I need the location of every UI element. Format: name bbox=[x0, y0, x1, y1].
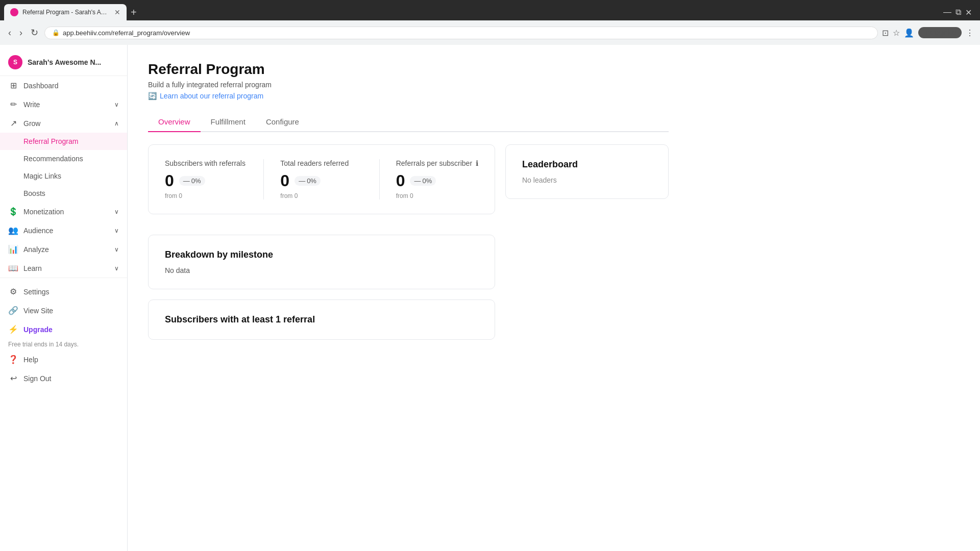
sidebar-item-magic-links[interactable]: Magic Links bbox=[0, 167, 127, 185]
active-browser-tab[interactable]: Referral Program - Sarah's Awe... ✕ bbox=[4, 4, 127, 20]
sidebar-item-learn[interactable]: 📖 Learn ∨ bbox=[0, 259, 127, 278]
external-link-icon: 🔗 bbox=[8, 306, 18, 315]
chevron-down-icon: ∨ bbox=[114, 246, 119, 253]
stat-value: 0 bbox=[165, 171, 174, 190]
window-controls: — ⧉ ✕ bbox=[939, 8, 976, 17]
write-icon: ✏ bbox=[8, 99, 18, 109]
page-title: Referral Program bbox=[148, 61, 669, 78]
sidebar-item-referral-program[interactable]: Referral Program bbox=[0, 133, 127, 150]
tab-fulfillment[interactable]: Fulfillment bbox=[201, 112, 256, 132]
learn-link[interactable]: 🔄 Learn about our referral program bbox=[148, 92, 669, 100]
browser-toolbar: ‹ › ↻ 🔒 app.beehiiv.com/referral_program… bbox=[0, 20, 980, 45]
tab-favicon bbox=[10, 8, 18, 16]
sidebar-item-view-site[interactable]: 🔗 View Site bbox=[0, 301, 127, 320]
tab-bar: Referral Program - Sarah's Awe... ✕ + — … bbox=[0, 0, 980, 20]
close-tab-button[interactable]: ✕ bbox=[114, 8, 120, 16]
minus-icon: — bbox=[183, 177, 190, 185]
minimize-icon[interactable]: — bbox=[943, 8, 951, 17]
sidebar-item-boosts[interactable]: Boosts bbox=[0, 185, 127, 202]
minus-icon: — bbox=[414, 177, 421, 185]
side-column: Leaderboard No leaders bbox=[505, 144, 669, 340]
analyze-icon: 📊 bbox=[8, 244, 18, 254]
sidebar-item-label: Boosts bbox=[23, 189, 45, 197]
dashboard-icon: ⊞ bbox=[8, 81, 18, 90]
sidebar-item-label: Upgrade bbox=[23, 325, 53, 334]
sidebar-item-label: Write bbox=[23, 101, 40, 109]
sidebar-item-label: Analyze bbox=[23, 245, 49, 254]
profile-icon[interactable]: 👤 bbox=[904, 28, 914, 38]
back-button[interactable]: ‹ bbox=[6, 26, 13, 40]
sidebar-item-grow[interactable]: ↗ Grow ∧ bbox=[0, 114, 127, 133]
sidebar-item-label: Audience bbox=[23, 227, 53, 235]
chevron-down-icon: ∨ bbox=[114, 208, 119, 215]
stat-value: 0 bbox=[280, 171, 289, 190]
sidebar-item-write[interactable]: ✏ Write ∨ bbox=[0, 95, 127, 114]
incognito-button[interactable]: Incognito bbox=[918, 27, 962, 38]
sidebar-item-signout[interactable]: ↩ Sign Out bbox=[0, 369, 127, 388]
main-content: Referral Program Build a fully integrate… bbox=[128, 45, 980, 551]
sidebar-item-recommendations[interactable]: Recommendations bbox=[0, 150, 127, 167]
sidebar-item-settings[interactable]: ⚙ Settings bbox=[0, 282, 127, 301]
learn-link-text: Learn about our referral program bbox=[160, 92, 263, 100]
subscribers-title: Subscribers with at least 1 referral bbox=[165, 314, 478, 325]
stat-value-row: 0 — 0% bbox=[280, 171, 362, 190]
sidebar-item-label: Sign Out bbox=[23, 374, 51, 383]
breakdown-title: Breakdown by milestone bbox=[165, 249, 478, 260]
stat-label: Total readers referred bbox=[280, 159, 362, 167]
tab-overview[interactable]: Overview bbox=[148, 112, 201, 132]
sidebar-item-monetization[interactable]: 💲 Monetization ∨ bbox=[0, 202, 127, 221]
bookmark-icon[interactable]: ☆ bbox=[893, 28, 900, 38]
leaderboard-empty-text: No leaders bbox=[522, 176, 652, 184]
stat-badge: — 0% bbox=[179, 176, 205, 186]
stat-from: from 0 bbox=[165, 192, 247, 199]
sidebar-item-dashboard[interactable]: ⊞ Dashboard bbox=[0, 76, 127, 95]
stat-value-row: 0 — 0% bbox=[165, 171, 247, 190]
refresh-button[interactable]: ↻ bbox=[29, 25, 40, 40]
menu-icon[interactable]: ⋮ bbox=[966, 28, 974, 38]
info-icon[interactable]: ℹ bbox=[476, 159, 478, 167]
chevron-down-icon: ∨ bbox=[114, 265, 119, 272]
sidebar-item-upgrade[interactable]: ⚡ Upgrade bbox=[0, 320, 127, 339]
stat-badge: — 0% bbox=[410, 176, 436, 186]
page-subtitle: Build a fully integrated referral progra… bbox=[148, 81, 669, 89]
stat-badge: — 0% bbox=[295, 176, 321, 186]
stat-from: from 0 bbox=[280, 192, 362, 199]
tab-configure[interactable]: Configure bbox=[256, 112, 309, 132]
stat-value-row: 0 — 0% bbox=[396, 171, 478, 190]
sidebar-item-label: Settings bbox=[23, 288, 50, 296]
badge-value: 0% bbox=[307, 177, 316, 185]
sidebar-item-help[interactable]: ❓ Help bbox=[0, 350, 127, 369]
learn-icon: 📖 bbox=[8, 263, 18, 273]
main-grid: Subscribers with referrals 0 — 0% from 0 bbox=[148, 144, 669, 340]
sidebar-item-analyze[interactable]: 📊 Analyze ∨ bbox=[0, 240, 127, 259]
badge-value: 0% bbox=[422, 177, 432, 185]
chevron-up-icon: ∧ bbox=[114, 120, 119, 127]
sidebar-item-label: Recommendations bbox=[23, 155, 83, 163]
leaderboard-card: Leaderboard No leaders bbox=[505, 144, 669, 199]
breakdown-card: Breakdown by milestone No data bbox=[148, 235, 495, 289]
sidebar-item-audience[interactable]: 👥 Audience ∨ bbox=[0, 221, 127, 240]
new-tab-button[interactable]: + bbox=[129, 7, 139, 18]
stat-subscribers-with-referrals: Subscribers with referrals 0 — 0% from 0 bbox=[165, 159, 264, 199]
monetization-icon: 💲 bbox=[8, 207, 18, 216]
stat-label: Referrals per subscriber ℹ bbox=[396, 159, 478, 167]
stat-value: 0 bbox=[396, 171, 405, 190]
lock-icon: 🔒 bbox=[52, 29, 60, 36]
audience-icon: 👥 bbox=[8, 226, 18, 235]
sidebar-item-label: View Site bbox=[23, 307, 53, 315]
settings-icon: ⚙ bbox=[8, 287, 18, 296]
subscribers-card: Subscribers with at least 1 referral bbox=[148, 299, 495, 340]
sidebar-item-label: Grow bbox=[23, 119, 40, 128]
forward-button[interactable]: › bbox=[17, 26, 24, 40]
address-bar[interactable]: 🔒 app.beehiiv.com/referral_program/overv… bbox=[44, 27, 878, 39]
extensions-icon[interactable]: ⊡ bbox=[882, 28, 889, 38]
stats-card: Subscribers with referrals 0 — 0% from 0 bbox=[148, 144, 495, 214]
sidebar-item-label: Referral Program bbox=[23, 137, 78, 145]
stat-from: from 0 bbox=[396, 192, 478, 199]
browser-chrome: Referral Program - Sarah's Awe... ✕ + — … bbox=[0, 0, 980, 45]
sidebar-item-label: Monetization bbox=[23, 208, 64, 216]
close-window-icon[interactable]: ✕ bbox=[965, 8, 972, 17]
maximize-icon[interactable]: ⧉ bbox=[955, 8, 961, 17]
grow-icon: ↗ bbox=[8, 118, 18, 128]
brand-name: Sarah's Awesome N... bbox=[28, 58, 101, 66]
